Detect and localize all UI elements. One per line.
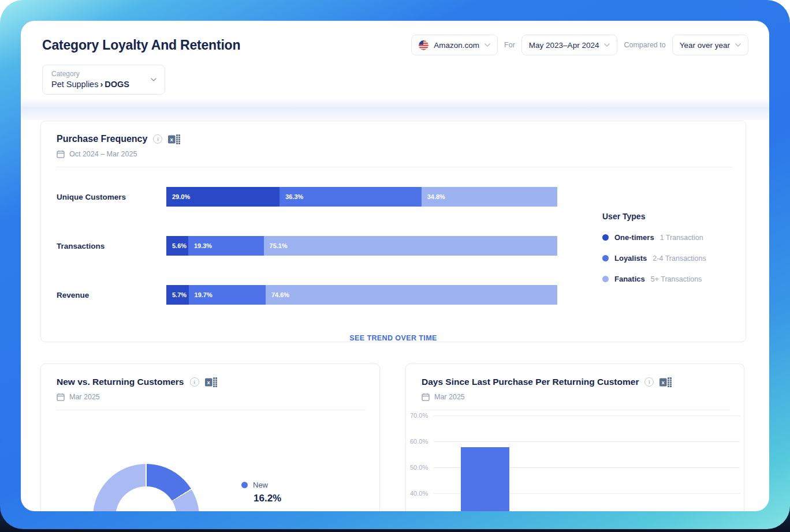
chevron-down-icon [735,43,741,47]
bar-segment: 34.8% [422,187,557,207]
card-date-range: Oct 2024 – Mar 2025 [69,150,137,158]
stacked-bar-row: Unique Customers29.0%36.3%34.8% [57,187,746,207]
bar-segment: 5.7% [166,285,189,305]
y-tick-label: 60.0% [410,438,433,445]
bar-segment: 29.0% [166,187,280,207]
header-divider-band [21,98,769,120]
chevron-down-icon [485,43,490,47]
info-icon[interactable]: i [644,377,654,387]
svg-text:x: x [662,379,665,385]
info-icon[interactable]: i [190,377,199,387]
excel-export-icon[interactable]: x [205,377,217,387]
see-trend-link[interactable]: SEE TREND OVER TIME [41,334,746,342]
legend-dot [602,255,609,261]
compared-to-label: Compared to [623,41,666,49]
legend-item: Loyalists 2-4 Transactions [602,254,706,263]
purchase-frequency-card: Purchase Frequency i x [40,121,746,342]
chevron-down-icon [151,78,156,81]
stacked-bar: 5.6%19.3%75.1% [166,236,557,256]
bar-segment: 74.6% [266,285,557,305]
user-types-legend: User Types One-timers 1 Transaction Loya… [602,212,706,283]
bar-segment: 75.1% [264,236,557,256]
card-title: Days Since Last Purchase Per Returning C… [422,377,639,387]
donut-chart [93,464,199,511]
card-date: Mar 2025 [69,393,100,401]
page-title: Category Loyalty And Retention [42,36,240,54]
bar-segment: 36.3% [280,187,422,207]
bar-chart: 70.0%60.0%50.0%40.0% [406,409,744,511]
calendar-icon [57,150,65,158]
legend-dot [602,234,609,241]
donut-legend: New 16.2% [241,481,281,504]
dashboard-window: Category Loyalty And Retention [21,21,769,511]
stacked-bar: 29.0%36.3%34.8% [166,187,557,207]
excel-export-icon[interactable]: x [659,377,672,387]
category-filter-label: Category [51,70,156,78]
category-filter-value: Pet Supplies›DOGS [51,80,156,89]
stacked-bar-row: Revenue5.7%19.7%74.6% [57,285,746,305]
bar-segment: 5.6% [166,236,188,256]
days-since-purchase-card: Days Since Last Purchase Per Returning C… [405,364,744,511]
date-range-select[interactable]: May 2023–Apr 2024 [521,35,618,55]
divider [57,410,366,410]
gridline [434,415,740,416]
legend-label: New [253,481,268,489]
calendar-icon [422,393,430,401]
new-vs-returning-card: New vs. Returning Customers i x [40,364,380,511]
legend-item: Fanatics 5+ Transactions [602,275,706,283]
site-select[interactable]: Amazon.com [411,35,498,55]
bar [461,447,509,511]
row-label: Unique Customers [57,193,166,201]
bar-segment: 19.3% [188,236,264,256]
y-tick-label: 50.0% [410,464,433,471]
y-tick-label: 40.0% [410,490,433,497]
legend-dot [602,276,609,282]
svg-text:x: x [170,136,174,142]
for-label: For [503,41,516,49]
chevron-down-icon [604,43,610,47]
svg-text:x: x [207,379,210,385]
row-label: Transactions [57,242,166,250]
comparison-select[interactable]: Year over year [672,35,748,55]
comparison-value: Year over year [680,41,730,50]
card-title: Purchase Frequency [57,134,147,144]
legend-item: One-timers 1 Transaction [602,233,706,242]
stacked-bar: 5.7%19.7%74.6% [166,285,557,305]
info-icon[interactable]: i [153,134,162,144]
legend-dot [241,482,248,488]
card-date: Mar 2025 [434,393,465,401]
row-label: Revenue [57,291,166,299]
us-flag-icon [419,40,428,50]
y-tick-label: 70.0% [410,412,433,419]
gridline [434,441,740,442]
excel-export-icon[interactable]: x [168,134,180,144]
date-range-value: May 2023–Apr 2024 [529,41,599,50]
bar-segment: 19.7% [189,285,266,305]
site-select-value: Amazon.com [434,41,479,50]
card-title: New vs. Returning Customers [57,377,184,387]
global-filters: Amazon.com For May 2023–Apr 2024 Compare… [411,35,748,55]
calendar-icon [57,393,65,401]
legend-title: User Types [602,212,706,221]
page-header: Category Loyalty And Retention [21,21,769,88]
category-filter[interactable]: Category Pet Supplies›DOGS [42,65,165,95]
legend-value: 16.2% [254,493,281,504]
